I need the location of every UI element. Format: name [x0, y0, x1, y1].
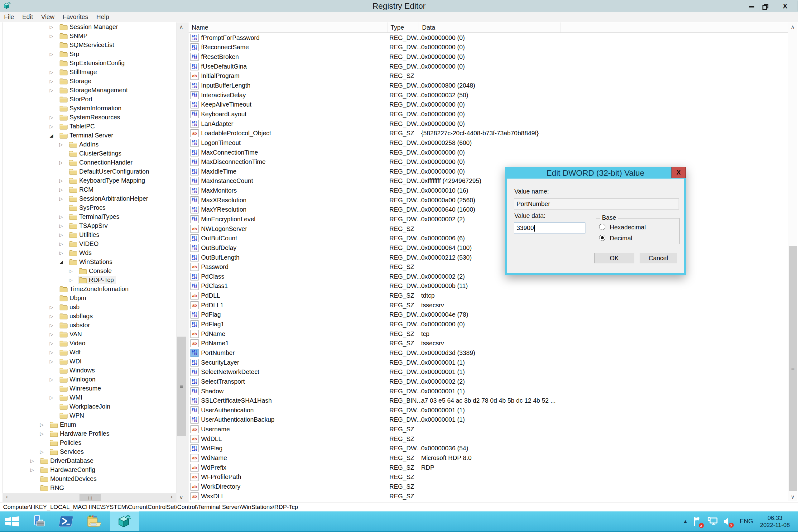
tree-item-enum[interactable]: ▷ Enum	[3, 420, 176, 429]
registry-value-row-nwlogonserver[interactable]: ab NWLogonServer REG_SZ	[189, 224, 788, 234]
tree-item-usbstor[interactable]: ▷ usbstor	[3, 321, 176, 330]
tree-item-winresume[interactable]: Winresume	[3, 384, 176, 393]
scroll-left-icon[interactable]: ‹	[4, 494, 10, 500]
input-language-indicator[interactable]: ENG	[740, 518, 753, 525]
registry-value-row-password[interactable]: ab Password REG_SZ	[189, 262, 788, 272]
expander-icon[interactable]: ▷	[48, 341, 55, 346]
tree-item-defaultuserconfiguration[interactable]: DefaultUserConfiguration	[3, 167, 176, 176]
tree-item-systeminformation[interactable]: SystemInformation	[3, 104, 176, 113]
registry-value-row-wfprofilepath[interactable]: ab WFProfilePath REG_SZ	[189, 472, 788, 482]
expander-icon[interactable]: ▷	[58, 232, 64, 238]
list-vertical-scrollbar[interactable]: ∧ ≡ ∨	[788, 22, 797, 501]
expander-icon[interactable]: ▷	[48, 359, 55, 364]
registry-value-row-outbufdelay[interactable]: 011110 OutBufDelay REG_DW... 0x00000064 …	[189, 243, 788, 253]
tree-item-systemresources[interactable]: ▷ SystemResources	[3, 113, 176, 122]
expander-icon[interactable]: ▷	[48, 115, 55, 120]
registry-value-row-maxxresolution[interactable]: 011110 MaxXResolution REG_DW... 0x00000a…	[189, 195, 788, 205]
expander-icon[interactable]: ▷	[48, 70, 55, 75]
tree-item-rng[interactable]: RNG	[3, 483, 176, 492]
expander-icon[interactable]: ▷	[68, 278, 74, 283]
tray-expand-icon[interactable]: ▲	[684, 519, 687, 524]
server-manager-taskbar-button[interactable]	[25, 511, 52, 531]
expander-icon[interactable]: ▷	[58, 196, 64, 202]
expander-icon[interactable]: ▷	[39, 431, 45, 437]
registry-value-row-pdflag1[interactable]: 011110 PdFlag1 REG_DW... 0x00000000 (0)	[189, 320, 788, 329]
expander-icon[interactable]: ▷	[29, 467, 35, 473]
tree-item-wdi[interactable]: ▷ WDI	[3, 357, 176, 366]
tree-item-sqmservicelist[interactable]: SQMServiceList	[3, 40, 176, 50]
tree-item-hardware-profiles[interactable]: ▷ Hardware Profiles	[3, 429, 176, 438]
tree-horizontal-scrollbar[interactable]: ‹ ||| ›	[2, 493, 176, 502]
registry-value-row-maxinstancecount[interactable]: 011110 MaxInstanceCount REG_DW... 0xffff…	[189, 176, 788, 186]
registry-value-row-wddll[interactable]: ab WdDLL REG_SZ	[189, 434, 788, 444]
expander-icon[interactable]: ◢	[58, 259, 64, 265]
registry-value-row-selecttransport[interactable]: 011110 SelectTransport REG_DW... 0x00000…	[189, 377, 788, 386]
registry-value-row-pddll1[interactable]: ab PdDLL1 REG_SZ tssecsrv	[189, 301, 788, 310]
file-explorer-taskbar-button[interactable]	[80, 511, 109, 531]
minimize-button[interactable]	[744, 1, 759, 11]
registry-value-row-pdclass1[interactable]: 011110 PdClass1 REG_DW... 0x0000000b (11…	[189, 281, 788, 291]
tree-item-timezoneinformation[interactable]: TimeZoneInformation	[3, 285, 176, 293]
scroll-up-icon[interactable]: ∧	[176, 24, 186, 30]
pane-splitter[interactable]	[186, 22, 189, 502]
tree-item-wmi[interactable]: ▷ WMI	[3, 393, 176, 402]
registry-value-row-maxconnectiontime[interactable]: 011110 MaxConnectionTime REG_DW... 0x000…	[189, 148, 788, 157]
tree-item-console[interactable]: ▷ Console	[3, 266, 176, 276]
registry-value-row-logontimeout[interactable]: 011110 LogonTimeout REG_DW... 0x00000258…	[189, 138, 788, 148]
registry-value-row-fusedefaultgina[interactable]: 011110 fUseDefaultGina REG_DW... 0x00000…	[189, 62, 788, 71]
registry-value-row-maxdisconnectiontime[interactable]: 011110 MaxDisconnectionTime REG_DW... 0x…	[189, 157, 788, 167]
registry-value-row-wdflag[interactable]: 011110 WdFlag REG_DW... 0x00000036 (54)	[189, 444, 788, 454]
list-scrollbar-thumb[interactable]: ≡	[788, 246, 797, 491]
registry-value-row-fresetbroken[interactable]: 011110 fResetBroken REG_DW... 0x00000000…	[189, 52, 788, 62]
expander-icon[interactable]: ▷	[68, 268, 74, 274]
expander-icon[interactable]: ▷	[48, 124, 55, 129]
tree-item-van[interactable]: ▷ VAN	[3, 330, 176, 339]
tree-item-rcm[interactable]: ▷ RCM	[3, 185, 176, 194]
tree-item-windows[interactable]: Windows	[3, 366, 176, 375]
tree-item-storage[interactable]: ▷ Storage	[3, 77, 176, 86]
tree-item-stillimage[interactable]: ▷ StillImage	[3, 68, 176, 77]
powershell-taskbar-button[interactable]	[52, 511, 80, 531]
ok-button[interactable]: OK	[594, 253, 634, 263]
expander-icon[interactable]: ▷	[48, 304, 55, 310]
registry-value-row-loadableprotocol_object[interactable]: ab LoadableProtocol_Object REG_SZ {58282…	[189, 128, 788, 138]
tree-item-keyboardtype-mapping[interactable]: ▷ KeyboardType Mapping	[3, 176, 176, 185]
hexadecimal-radio[interactable]	[599, 224, 605, 230]
expander-icon[interactable]: ▷	[58, 250, 64, 256]
registry-value-row-minencryptionlevel[interactable]: 011110 MinEncryptionLevel REG_DW... 0x00…	[189, 214, 788, 224]
tree-item-terminal-server[interactable]: ◢ Terminal Server	[3, 131, 176, 140]
registry-value-row-userauthenticationbackup[interactable]: 011110 UserAuthenticationBackup REG_DW..…	[189, 415, 788, 425]
registry-value-row-fpromptforpassword[interactable]: 011110 fPromptForPassword REG_DW... 0x00…	[189, 33, 788, 43]
expander-icon[interactable]: ▷	[29, 458, 35, 464]
tree-item-connectionhandler[interactable]: ▷ ConnectionHandler	[3, 158, 176, 167]
registry-value-row-maxyresolution[interactable]: 011110 MaxYResolution REG_DW... 0x000006…	[189, 205, 788, 215]
expander-icon[interactable]: ▷	[58, 241, 64, 247]
registry-value-row-maxidletime[interactable]: 011110 MaxIdleTime REG_DW... 0x00000000 …	[189, 167, 788, 176]
registry-value-row-initialprogram[interactable]: ab InitialProgram REG_SZ	[189, 71, 788, 81]
tree-item-wdf[interactable]: ▷ Wdf	[3, 348, 176, 357]
expander-icon[interactable]: ▷	[58, 160, 64, 166]
registry-value-row-securitylayer[interactable]: 011110 SecurityLayer REG_DW... 0x0000000…	[189, 358, 788, 367]
tree-item-terminaltypes[interactable]: ▷ TerminalTypes	[3, 212, 176, 221]
tree-item-services[interactable]: ▷ Services	[3, 447, 176, 456]
registry-value-row-pdname1[interactable]: ab PdName1 REG_SZ tssecsrv	[189, 339, 788, 348]
expander-icon[interactable]: ▷	[48, 314, 55, 319]
menu-favorites[interactable]: Favorites	[59, 12, 92, 22]
tree-item-wpn[interactable]: WPN	[3, 411, 176, 420]
value-name-field[interactable]: PortNumber	[514, 198, 679, 209]
tree-item-winstations[interactable]: ◢ WinStations	[3, 258, 176, 266]
tree-item-snmp[interactable]: ▷ SNMP	[3, 32, 176, 40]
start-button[interactable]	[0, 511, 24, 531]
registry-value-row-shadow[interactable]: 011110 Shadow REG_DW... 0x00000001 (1)	[189, 386, 788, 396]
tree-item-addins[interactable]: ▷ AddIns	[3, 140, 176, 149]
tree-item-sysprocs[interactable]: SysProcs	[3, 203, 176, 212]
tree-item-utilities[interactable]: ▷ Utilities	[3, 230, 176, 239]
tree-item-sessionarbitrationhelper[interactable]: ▷ SessionArbitrationHelper	[3, 194, 176, 203]
column-header-name[interactable]: Name	[189, 22, 387, 33]
registry-value-row-wdname[interactable]: ab WdName REG_SZ Microsoft RDP 8.0	[189, 453, 788, 463]
registry-value-row-pdclass[interactable]: 011110 PdClass REG_DW... 0x00000002 (2)	[189, 272, 788, 281]
expander-icon[interactable]: ▷	[58, 187, 64, 193]
registry-value-row-outbuflength[interactable]: 011110 OutBufLength REG_DW... 0x00000212…	[189, 253, 788, 262]
tree-item-storagemanagement[interactable]: ▷ StorageManagement	[3, 86, 176, 95]
expander-icon[interactable]: ▷	[58, 214, 64, 220]
